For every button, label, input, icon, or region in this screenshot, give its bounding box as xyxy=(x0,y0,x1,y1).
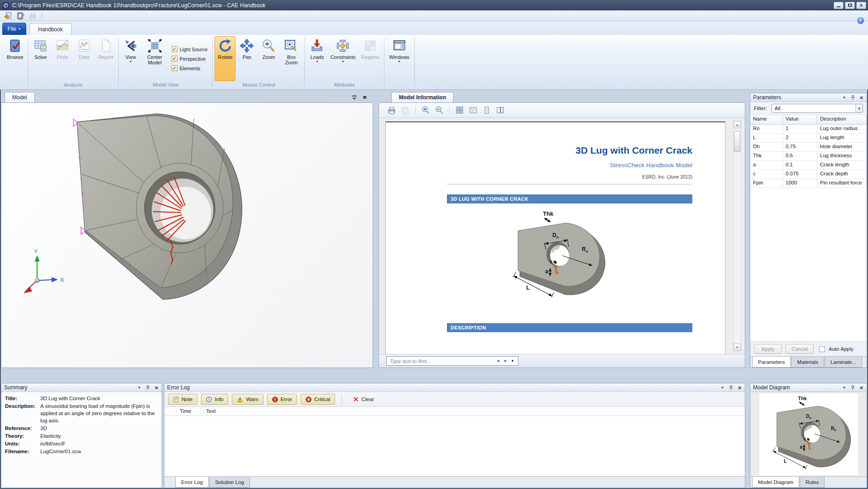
doc-copy-icon xyxy=(401,106,410,115)
elements-checkbox[interactable]: ✓ Elements xyxy=(172,65,208,71)
pin-icon[interactable] xyxy=(849,94,856,101)
table-row[interactable]: Dh0.75Hole diameter xyxy=(750,143,867,152)
pin-icon[interactable] xyxy=(144,384,151,391)
svg-text:L: L xyxy=(783,458,786,464)
column-header[interactable]: Name xyxy=(750,115,783,125)
table-row[interactable]: a0.1Crack length xyxy=(750,161,867,170)
maximize-button[interactable] xyxy=(845,2,855,9)
data-button[interactable]: Data xyxy=(74,36,95,81)
column-header[interactable]: Text xyxy=(203,407,745,416)
table-row[interactable]: Ro1Lug outer radius xyxy=(750,125,867,134)
help-icon[interactable]: ? xyxy=(857,17,864,24)
scroll-up-button[interactable]: ▲ xyxy=(734,121,741,128)
constraints-icon xyxy=(335,38,350,53)
close-button[interactable]: × xyxy=(856,2,866,9)
find-input[interactable] xyxy=(389,358,494,364)
close-icon[interactable]: × xyxy=(858,384,865,391)
document-scrollbar[interactable]: ▲ ▼ xyxy=(733,121,741,351)
light-source-checkbox[interactable]: ✓ Light Source xyxy=(172,46,208,52)
zoom-button[interactable]: Zoom xyxy=(258,36,279,81)
tab-model-information[interactable]: Model Information xyxy=(391,92,454,102)
brow se-button[interactable]: Browse xyxy=(4,36,26,81)
error-toggle-button[interactable]: Error xyxy=(267,394,297,405)
tab-handbook[interactable]: Handbook xyxy=(29,23,72,35)
loads-button[interactable]: Loads ▼ xyxy=(307,36,327,81)
windows-button[interactable]: Windows ▼ xyxy=(386,36,412,81)
document-viewport[interactable]: 3D Lug with Corner Crack StressCheck Han… xyxy=(379,118,745,354)
cancel-button[interactable]: Cancel xyxy=(786,344,814,354)
filter-row: Filter: All ▼ xyxy=(750,102,867,115)
info-toggle-button[interactable]: Info xyxy=(201,394,228,405)
toolbar-separator xyxy=(415,106,416,115)
error-log-panel: Error Log ▼ × Note Info Warn xyxy=(164,383,745,488)
table-row[interactable]: Thk0.5Lug thickness xyxy=(750,152,867,161)
error-log-list[interactable] xyxy=(164,416,745,476)
tab-laminate[interactable]: Laminate... xyxy=(825,357,862,368)
ribbon-group-model-view: View ▼ Center Model ✓ Light Source ✓ xyxy=(119,36,212,89)
file-menu-button[interactable]: File▼ xyxy=(2,23,26,35)
apply-button[interactable]: Apply xyxy=(754,344,782,354)
minimize-button[interactable] xyxy=(834,2,844,9)
thumbnails-view-button[interactable] xyxy=(454,105,465,116)
chevron-down-icon[interactable]: ▼ xyxy=(136,384,143,391)
pin-icon[interactable] xyxy=(728,384,734,391)
find-previous-icon[interactable]: ◄ xyxy=(494,359,502,363)
model-viewport[interactable]: Y X xyxy=(1,102,373,368)
column-header[interactable]: Value xyxy=(783,115,817,125)
perspective-checkbox[interactable]: ✓ Perspective xyxy=(172,56,208,62)
table-row[interactable]: c0.075Crack depth xyxy=(750,170,867,179)
find-next-icon[interactable]: ► xyxy=(502,359,509,363)
window-position-icon[interactable] xyxy=(350,94,357,100)
pin-icon[interactable] xyxy=(849,384,856,391)
close-icon[interactable]: × xyxy=(153,384,160,391)
close-icon[interactable]: × xyxy=(361,94,368,100)
doc-print-button[interactable] xyxy=(386,105,397,116)
reading-view-button[interactable] xyxy=(468,105,479,116)
center-model-button[interactable]: Center Model xyxy=(142,36,168,81)
constraints-button[interactable]: Constraints ▼ xyxy=(328,36,357,81)
note-toggle-button[interactable]: Note xyxy=(168,394,197,405)
pan-button[interactable]: Pan xyxy=(236,36,257,81)
regions-button[interactable]: Regions xyxy=(358,36,382,81)
warn-toggle-button[interactable]: Warn xyxy=(232,394,263,405)
single-page-view-button[interactable] xyxy=(481,105,492,116)
tab-rules[interactable]: Rules xyxy=(800,477,825,488)
tab-solution-log[interactable]: Solution Log xyxy=(209,477,250,488)
scroll-down-button[interactable]: ▼ xyxy=(734,344,741,351)
tab-model-diagram[interactable]: Model Diagram xyxy=(752,477,799,488)
filter-dropdown[interactable]: All ▼ xyxy=(772,104,863,113)
chevron-down-icon[interactable]: ▼ xyxy=(841,384,848,391)
scrollbar-thumb[interactable] xyxy=(734,131,740,152)
plots-button[interactable]: Plots xyxy=(52,36,73,81)
tab-materials[interactable]: Materials xyxy=(791,357,824,368)
tab-parameters[interactable]: Parameters xyxy=(752,357,791,368)
checkbox-checked-icon: ✓ xyxy=(172,46,177,52)
find-options-icon[interactable]: ▼ xyxy=(509,359,516,363)
two-page-view-button[interactable] xyxy=(495,105,506,116)
doc-copy-button[interactable] xyxy=(400,105,411,116)
tab-error-log[interactable]: Error Log xyxy=(175,477,209,488)
report-button[interactable]: Report xyxy=(96,36,116,81)
clear-button[interactable]: Clear xyxy=(348,394,379,405)
chevron-down-icon[interactable]: ▼ xyxy=(841,94,848,101)
box-zoom-button[interactable]: Box Zoom xyxy=(280,36,302,81)
close-icon[interactable]: × xyxy=(858,94,865,101)
close-icon[interactable]: × xyxy=(736,384,743,391)
edit-model-button[interactable] xyxy=(16,11,25,20)
solve-button[interactable]: Solve xyxy=(30,36,51,81)
auto-apply-checkbox[interactable] xyxy=(819,346,825,352)
view-button[interactable]: View ▼ xyxy=(120,36,141,81)
rotate-button[interactable]: Rotate xyxy=(215,36,235,81)
tab-model[interactable]: Model xyxy=(5,92,35,102)
print-button[interactable] xyxy=(28,11,37,20)
critical-toggle-button[interactable]: Critical xyxy=(301,394,335,405)
svg-text:Thk: Thk xyxy=(543,210,554,217)
column-header[interactable]: Time xyxy=(177,407,203,416)
table-row[interactable]: L2Lug length xyxy=(750,134,867,143)
import-model-button[interactable] xyxy=(4,11,13,20)
chevron-down-icon[interactable]: ▼ xyxy=(719,384,726,391)
table-row[interactable]: Fpin1000Pin resultant force xyxy=(750,179,867,188)
doc-zoom-in-button[interactable] xyxy=(420,105,431,116)
doc-zoom-out-button[interactable] xyxy=(434,105,445,116)
column-header[interactable]: Description xyxy=(817,115,867,125)
